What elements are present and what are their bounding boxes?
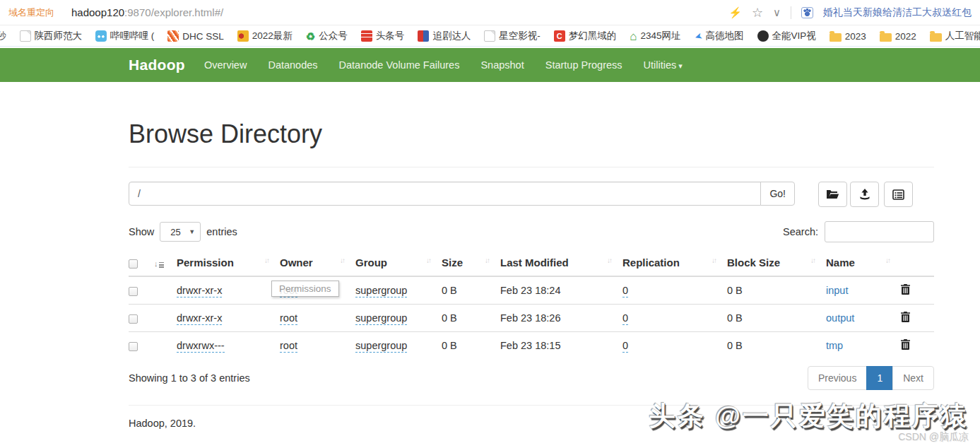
caret-down-icon: ▾: [678, 61, 683, 70]
folder-icon: [930, 33, 942, 42]
row-checkbox[interactable]: [129, 314, 138, 324]
bookmark-item[interactable]: 陕西师范大: [20, 30, 83, 42]
trash-icon[interactable]: [901, 284, 910, 295]
bookmark-link[interactable]: 婚礼当天新娘给清洁工大叔送红包: [823, 6, 972, 19]
page-size-select[interactable]: 25▼: [160, 222, 201, 242]
sort-icon: ↓↑: [485, 257, 489, 264]
sort-amount-icon[interactable]: ↓: [154, 259, 164, 268]
size-value: 0 B: [442, 340, 457, 351]
bookmark-item[interactable]: 头条号: [361, 30, 405, 42]
sort-icon: ↓↑: [885, 257, 890, 264]
page-icon: [484, 30, 495, 42]
bookmark-item[interactable]: 星空影视-: [484, 30, 541, 42]
group-value[interactable]: supergroup: [355, 312, 407, 325]
group-value[interactable]: supergroup: [355, 285, 407, 297]
col-replication[interactable]: Replication↓↑: [622, 251, 727, 276]
house-icon: ⌂: [630, 30, 637, 42]
col-group[interactable]: Group↓↑: [355, 251, 442, 276]
bookmark-item[interactable]: 秒: [0, 30, 6, 42]
dir-link-output[interactable]: output: [826, 312, 854, 324]
group-value[interactable]: supergroup: [355, 340, 407, 353]
bookmark-item[interactable]: DHC SSL: [167, 30, 224, 42]
col-size[interactable]: Size↓↑: [442, 251, 500, 276]
nav-datanodes[interactable]: Datanodes: [257, 59, 328, 71]
show-label: Show: [129, 226, 154, 237]
nav-utilities-dropdown[interactable]: Utilities▾: [633, 59, 693, 71]
select-all-checkbox[interactable]: [129, 259, 138, 269]
bookmark-item[interactable]: 2022最新: [237, 30, 293, 42]
sort-icon: ↓↑: [340, 257, 344, 264]
permission-value[interactable]: drwxr-xr-x: [177, 312, 222, 325]
permissions-tooltip: Permissions: [271, 281, 339, 297]
upload-button[interactable]: [850, 182, 879, 207]
navbar-brand[interactable]: Hadoop: [129, 57, 185, 73]
permission-value[interactable]: drwxr-xr-x: [177, 285, 222, 297]
footer-text: Hadoop, 2019.: [129, 418, 934, 429]
block-size-value: 0 B: [727, 285, 743, 296]
bookmark-item[interactable]: C梦幻黑域的: [554, 30, 617, 42]
bookmark-item[interactable]: 2022: [880, 31, 916, 42]
block-size-value: 0 B: [727, 340, 743, 351]
bookmark-item[interactable]: 人工智能: [930, 30, 980, 42]
toutiao-icon: [361, 30, 372, 42]
paper-plane-icon: ➤: [693, 30, 703, 42]
replication-value[interactable]: 0: [622, 340, 628, 353]
previous-page-button[interactable]: Previous: [808, 366, 867, 390]
search-input[interactable]: [825, 221, 934, 242]
directory-path-input[interactable]: [129, 182, 761, 206]
sort-icon: ↓↑: [712, 257, 716, 264]
col-permission[interactable]: Permission↓↑: [177, 251, 280, 276]
dir-link-tmp[interactable]: tmp: [826, 340, 843, 351]
row-checkbox[interactable]: [129, 342, 138, 351]
replication-value[interactable]: 0: [622, 285, 628, 297]
list-alt-icon: [892, 189, 904, 200]
owner-value[interactable]: root: [280, 340, 297, 353]
bookmark-item[interactable]: 2023: [830, 31, 866, 42]
table-header-row: ↓ Permission↓↑ Owner↓↑ Group↓↑ Size↓↑ La…: [129, 251, 934, 276]
page-1-button[interactable]: 1: [866, 366, 893, 390]
replication-value[interactable]: 0: [622, 312, 628, 325]
baidu-paw-icon[interactable]: [801, 7, 813, 18]
trash-icon[interactable]: [901, 312, 910, 322]
bookmark-item[interactable]: ⌂2345网址: [630, 30, 680, 42]
modified-value: Feb 23 18:15: [500, 340, 560, 351]
bookmark-item[interactable]: 追剧达人: [418, 30, 471, 42]
col-owner[interactable]: Owner↓↑: [280, 251, 355, 276]
nav-snapshot[interactable]: Snapshot: [470, 59, 534, 71]
url-text[interactable]: hadoop120:9870/explorer.html#/: [71, 6, 223, 18]
watermark-subtitle: CSDN @脑瓜凉: [649, 431, 969, 444]
sort-icon: ↓↑: [426, 257, 430, 264]
nav-overview[interactable]: Overview: [194, 59, 257, 71]
bookmark-item[interactable]: ➤高德地图: [695, 30, 744, 42]
size-value: 0 B: [442, 285, 457, 296]
dir-link-input[interactable]: input: [826, 285, 848, 296]
star-bookmark-icon[interactable]: ☆: [752, 6, 763, 19]
next-page-button[interactable]: Next: [892, 366, 934, 390]
folder-open-icon: [826, 189, 839, 200]
lightning-icon[interactable]: ⚡: [728, 7, 742, 18]
col-last-modified[interactable]: Last Modified↓↑: [500, 251, 622, 276]
table-row: drwxr-xr-x root supergroup 0 B Feb 23 18…: [129, 276, 934, 305]
size-value: 0 B: [442, 312, 457, 324]
row-checkbox[interactable]: [129, 287, 138, 296]
owner-value[interactable]: root: [280, 312, 297, 325]
cut-paste-button[interactable]: [884, 182, 913, 207]
permission-value[interactable]: drwxrwx---: [177, 340, 225, 353]
bookmark-item[interactable]: 哔哩哔哩 (: [95, 30, 154, 42]
col-block-size[interactable]: Block Size↓↑: [727, 251, 826, 276]
folder-icon: [830, 33, 842, 42]
search-label: Search:: [783, 226, 818, 237]
bookmarks-bar: 秒 陕西师范大 哔哩哔哩 ( DHC SSL 2022最新 ♻公众号 头条号 追…: [0, 26, 980, 47]
go-button[interactable]: Go!: [760, 182, 795, 206]
col-name[interactable]: Name↓↑: [826, 251, 901, 276]
divider: [791, 6, 791, 19]
recycle-icon: ♻: [306, 31, 315, 42]
nav-datanode-volume-failures[interactable]: Datanode Volume Failures: [329, 59, 471, 71]
bookmark-item[interactable]: 全能VIP视: [757, 30, 816, 42]
bookmark-item[interactable]: ♻公众号: [306, 30, 348, 42]
new-folder-button[interactable]: [818, 182, 847, 207]
page-icon: [20, 30, 31, 42]
chevron-down-icon[interactable]: ∨: [773, 7, 781, 18]
trash-icon[interactable]: [901, 339, 910, 350]
nav-startup-progress[interactable]: Startup Progress: [535, 59, 633, 71]
